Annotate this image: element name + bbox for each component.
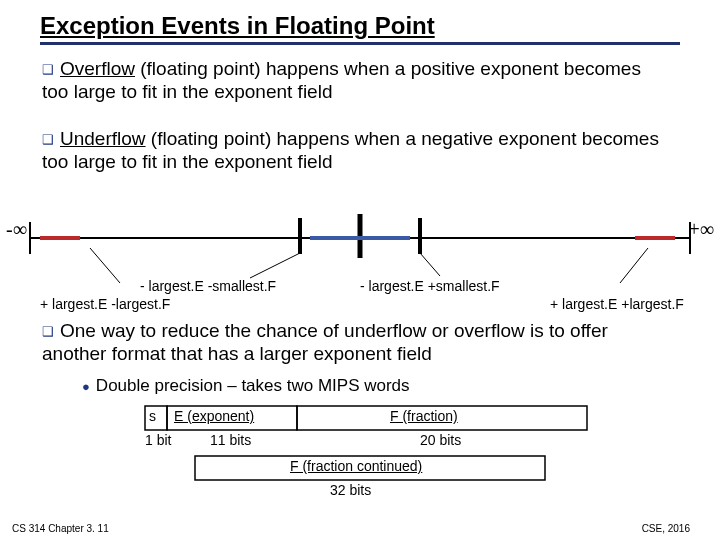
dot-icon: ●	[82, 379, 90, 394]
double-text: Double precision – takes two MIPS words	[96, 376, 410, 395]
footer-left: CS 314 Chapter 3. 11	[12, 523, 109, 534]
width-f1: 20 bits	[420, 432, 461, 448]
slide-title: Exception Events in Floating Point	[40, 12, 680, 45]
field-f1: F (fraction)	[390, 408, 458, 424]
bullet-icon: ❑	[42, 324, 54, 339]
bullet-overflow: ❑Overflow (floating point) happens when …	[42, 58, 662, 104]
reduce-text: One way to reduce the chance of underflo…	[42, 320, 608, 364]
overflow-term: Overflow	[60, 58, 135, 79]
field-f2: F (fraction continued)	[290, 458, 422, 474]
label-pos-largest: + largest.E +largest.F	[550, 296, 684, 312]
bullet-icon: ❑	[42, 62, 54, 77]
width-s: 1 bit	[145, 432, 171, 448]
svg-line-9	[90, 248, 120, 283]
underflow-term: Underflow	[60, 128, 146, 149]
field-e: E (exponent)	[174, 408, 254, 424]
svg-line-10	[250, 253, 300, 278]
width-e: 11 bits	[210, 432, 251, 448]
label-neg-smallest: - largest.E -smallest.F	[140, 278, 276, 294]
subbullet-double: ●Double precision – takes two MIPS words	[82, 376, 642, 396]
field-s: s	[149, 408, 156, 424]
svg-line-12	[620, 248, 648, 283]
bullet-reduce: ❑One way to reduce the chance of underfl…	[42, 320, 662, 366]
svg-rect-8	[310, 236, 410, 240]
svg-line-11	[420, 253, 440, 276]
width-f2: 32 bits	[330, 482, 371, 498]
bullet-underflow: ❑Underflow (floating point) happens when…	[42, 128, 662, 174]
footer-right: CSE, 2016	[642, 523, 690, 534]
label-neg-largest: + largest.E -largest.F	[40, 296, 170, 312]
bullet-icon: ❑	[42, 132, 54, 147]
label-pos-smallest: - largest.E +smallest.F	[360, 278, 500, 294]
svg-rect-7	[635, 236, 675, 240]
svg-rect-6	[40, 236, 80, 240]
